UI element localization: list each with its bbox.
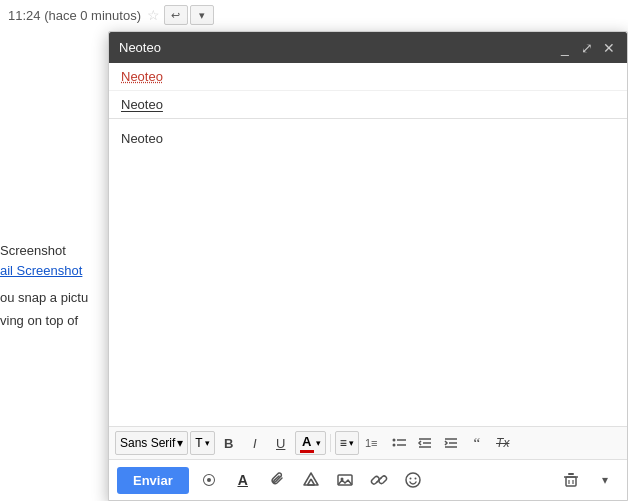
format-options-icon	[200, 471, 218, 489]
emoji-icon	[404, 471, 422, 489]
ordered-list-icon: 1≡	[365, 435, 381, 451]
reply-button[interactable]: ↩	[164, 5, 188, 25]
more-compose-options-button[interactable]: ▾	[591, 466, 619, 494]
font-size-icon: T	[195, 436, 202, 450]
svg-point-20	[409, 478, 411, 480]
toolbar-separator-1	[330, 434, 331, 452]
window-titlebar: Neoteo _ ⤢ ✕	[109, 32, 627, 63]
screenshot-link[interactable]: ail Screenshot	[0, 263, 82, 278]
window-title: Neoteo	[119, 40, 161, 55]
svg-point-1	[392, 439, 395, 442]
underline-button[interactable]: U	[269, 431, 293, 455]
photo-icon	[336, 471, 354, 489]
indent-decrease-button[interactable]	[413, 431, 437, 455]
italic-button[interactable]: I	[243, 431, 267, 455]
trash-icon	[562, 471, 580, 489]
svg-text:1≡: 1≡	[365, 437, 378, 449]
format-options-button[interactable]	[195, 466, 223, 494]
discard-button[interactable]	[557, 466, 585, 494]
font-color-indicator: A	[300, 434, 314, 453]
font-color-arrow: ▾	[316, 438, 321, 448]
compose-window: Neoteo _ ⤢ ✕ Neoteo Neoteo Neoteo Sans S…	[108, 31, 628, 501]
bold-button[interactable]: B	[217, 431, 241, 455]
indent-increase-button[interactable]	[439, 431, 463, 455]
blockquote-button[interactable]: “	[465, 431, 489, 455]
bg-text-2: ving on top of	[0, 313, 78, 328]
font-color-dropdown[interactable]: A ▾	[295, 431, 326, 455]
svg-rect-22	[566, 477, 576, 486]
close-button[interactable]: ✕	[601, 41, 617, 55]
align-icon: ≡	[340, 436, 347, 450]
align-dropdown[interactable]: ≡ ▾	[335, 431, 359, 455]
svg-line-13	[307, 479, 311, 485]
window-controls: _ ⤢ ✕	[557, 41, 617, 55]
body-text: Neoteo	[121, 131, 163, 146]
font-size-arrow: ▾	[205, 438, 210, 448]
svg-point-21	[414, 478, 416, 480]
more-actions-button[interactable]: ▾	[190, 5, 214, 25]
star-icon[interactable]: ☆	[147, 7, 160, 23]
drive-icon	[302, 471, 320, 489]
font-family-label: Sans Serif	[120, 436, 175, 450]
formatting-toolbar: Sans Serif ▾ T ▾ B I U A ▾ ≡ ▾ 1≡	[109, 426, 627, 459]
minimize-button[interactable]: _	[557, 41, 573, 55]
autocomplete-item-1[interactable]: Neoteo	[109, 63, 627, 91]
indent-decrease-icon	[417, 435, 433, 451]
autocomplete-name-2: Neoteo	[121, 97, 163, 112]
clear-format-button[interactable]: Tx	[491, 431, 515, 455]
svg-point-2	[392, 444, 395, 447]
email-timestamp: 11:24 (hace 0 minutos)	[8, 8, 141, 23]
indent-increase-icon	[443, 435, 459, 451]
link-button[interactable]	[365, 466, 393, 494]
emoji-button[interactable]	[399, 466, 427, 494]
bg-screenshot-text: Screenshot	[0, 243, 66, 258]
font-color-label: A	[302, 434, 311, 449]
svg-point-19	[406, 473, 420, 487]
send-button[interactable]: Enviar	[117, 467, 189, 494]
compose-body[interactable]: Neoteo	[109, 119, 627, 426]
underline-a-label: A	[238, 472, 248, 488]
ordered-list-button[interactable]: 1≡	[361, 431, 385, 455]
align-arrow: ▾	[349, 438, 354, 448]
attach-button[interactable]	[263, 466, 291, 494]
autocomplete-item-2[interactable]: Neoteo	[109, 91, 627, 118]
font-family-dropdown[interactable]: Sans Serif ▾	[115, 431, 188, 455]
svg-line-14	[311, 479, 315, 485]
font-size-dropdown[interactable]: T ▾	[190, 431, 214, 455]
underline-a-button[interactable]: A	[229, 466, 257, 494]
autocomplete-name-1: Neoteo	[121, 69, 163, 84]
svg-point-11	[207, 478, 211, 482]
font-family-arrow: ▾	[177, 436, 183, 450]
bg-text-1: ou snap a pictu	[0, 290, 88, 305]
link-icon	[370, 471, 388, 489]
unordered-list-icon	[391, 435, 407, 451]
top-bar: 11:24 (hace 0 minutos) ☆ ↩ ▾	[0, 0, 628, 30]
font-color-bar	[300, 450, 314, 453]
autocomplete-dropdown[interactable]: Neoteo Neoteo	[109, 63, 627, 119]
unordered-list-button[interactable]	[387, 431, 411, 455]
drive-button[interactable]	[297, 466, 325, 494]
compose-actions: Enviar A	[109, 459, 627, 500]
compose-content: Neoteo Neoteo Neoteo	[109, 63, 627, 426]
attach-icon	[268, 471, 286, 489]
maximize-button[interactable]: ⤢	[579, 41, 595, 55]
photo-button[interactable]	[331, 466, 359, 494]
